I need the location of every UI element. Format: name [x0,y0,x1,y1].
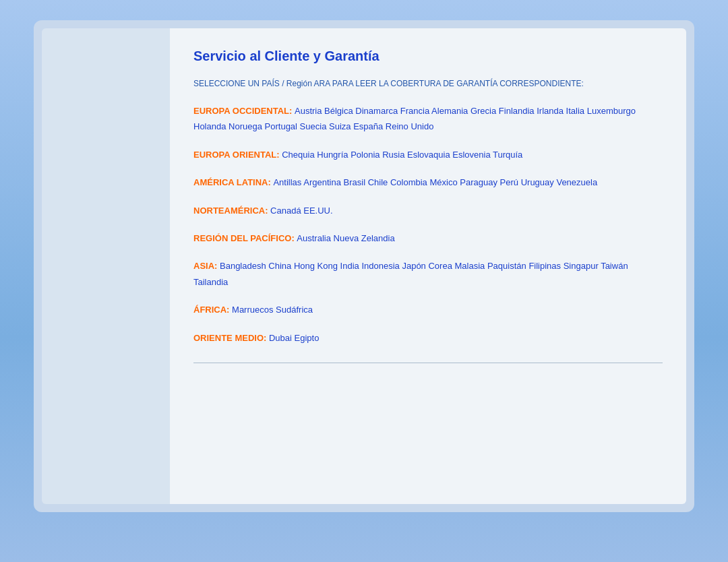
region-label-asia: ASIA: [193,261,220,271]
country-link-dinamarca[interactable]: Dinamarca [355,106,398,116]
region-countries-norteamerica: Canadá EE.UU. [270,206,333,216]
page-title: Servicio al Cliente y Garantía [193,49,663,64]
country-link-suecia[interactable]: Suecia [300,121,327,131]
region-label-america-latina: AMÉRICA LATINA: [193,177,273,187]
country-link-luxemburgo[interactable]: Luxemburgo [587,106,636,116]
region-countries-asia: Bangladesh China Hong Kong India Indones… [193,261,628,286]
country-link-antillas[interactable]: Antillas [273,177,301,187]
region-block-europa-occidental: EUROPA OCCIDENTAL: Austria Bélgica Dinam… [193,103,663,135]
country-link-dubai[interactable]: Dubai [269,333,292,343]
country-link-finlandia[interactable]: Finlandia [499,106,535,116]
country-link-brasil[interactable]: Brasil [344,177,366,187]
region-block-pacifico: REGIÓN DEL PACÍFICO: Australia Nueva Zel… [193,230,663,246]
country-link-ee.uu.[interactable]: EE.UU. [303,206,332,216]
country-link-australia[interactable]: Australia [297,233,331,243]
country-link-chile[interactable]: Chile [368,177,388,187]
divider [193,363,663,363]
country-link-hong-kong[interactable]: Hong Kong [294,261,338,271]
country-link-perú[interactable]: Perú [500,177,518,187]
country-link-francia[interactable]: Francia [400,106,429,116]
country-link-taiwán[interactable]: Taiwán [601,261,628,271]
region-block-asia: ASIA: Bangladesh China Hong Kong India I… [193,258,663,290]
region-label-pacifico: REGIÓN DEL PACÍFICO: [193,233,297,243]
country-link-bélgica[interactable]: Bélgica [324,106,353,116]
region-countries-africa: Marruecos Sudáfrica [232,305,313,315]
country-link-méxico[interactable]: México [429,177,457,187]
country-link-venezuela[interactable]: Venezuela [556,177,597,187]
region-countries-pacifico: Australia Nueva Zelandia [297,233,394,243]
country-link-grecia[interactable]: Grecia [471,106,496,116]
country-link-italia[interactable]: Italia [566,106,584,116]
region-block-oriente-medio: ORIENTE MEDIO: Dubai Egipto [193,330,663,346]
region-label-africa: ÁFRICA: [193,305,232,315]
country-link-paquistán[interactable]: Paquistán [487,261,526,271]
country-link-canadá[interactable]: Canadá [270,206,301,216]
region-countries-oriente-medio: Dubai Egipto [269,333,319,343]
country-link-chequia[interactable]: Chequia [282,150,314,160]
regions-container: EUROPA OCCIDENTAL: Austria Bélgica Dinam… [193,103,663,346]
region-label-norteamerica: NORTEAMÉRICA: [193,206,270,216]
country-link-españa[interactable]: España [353,121,383,131]
country-link-hungría[interactable]: Hungría [317,150,348,160]
country-link-paraguay[interactable]: Paraguay [460,177,497,187]
region-countries-america-latina: Antillas Argentina Brasil Chile Colombia… [273,177,597,187]
region-countries-europa-oriental: Chequia Hungría Polonia Rusia Eslovaquia… [282,150,522,160]
country-link-nueva-zelandia[interactable]: Nueva Zelandia [334,233,395,243]
country-link-filipinas[interactable]: Filipinas [528,261,561,271]
instruction-text: SELECCIONE UN PAÍS / Región ARA PARA LEE… [193,77,663,90]
sidebar [42,28,170,504]
country-link-alemania[interactable]: Alemania [431,106,468,116]
region-block-africa: ÁFRICA: Marruecos Sudáfrica [193,302,663,317]
country-link-uruguay[interactable]: Uruguay [521,177,554,187]
country-link-japón[interactable]: Japón [402,261,425,271]
country-link-sudáfrica[interactable]: Sudáfrica [276,305,313,315]
country-link-bangladesh[interactable]: Bangladesh [220,261,266,271]
region-block-america-latina: AMÉRICA LATINA: Antillas Argentina Brasi… [193,175,663,190]
country-link-irlanda[interactable]: Irlanda [537,106,564,116]
region-block-norteamerica: NORTEAMÉRICA: Canadá EE.UU. [193,203,663,218]
country-link-singapur[interactable]: Singapur [564,261,599,271]
outer-card: Servicio al Cliente y Garantía SELECCION… [34,20,694,512]
country-link-china[interactable]: China [268,261,291,271]
country-link-indonesia[interactable]: Indonesia [361,261,399,271]
country-link-argentina[interactable]: Argentina [303,177,341,187]
country-link-austria[interactable]: Austria [295,106,322,116]
country-link-marruecos[interactable]: Marruecos [232,305,273,315]
region-label-europa-occidental: EUROPA OCCIDENTAL: [193,106,295,116]
region-label-europa-oriental: EUROPA ORIENTAL: [193,150,282,160]
country-link-holanda[interactable]: Holanda [193,121,226,131]
country-link-reino-unido[interactable]: Reino Unido [386,121,434,131]
region-label-oriente-medio: ORIENTE MEDIO: [193,333,269,343]
country-link-polonia[interactable]: Polonia [351,150,380,160]
country-link-tailandia[interactable]: Tailandia [193,277,228,287]
country-link-portugal[interactable]: Portugal [265,121,297,131]
country-link-rusia[interactable]: Rusia [382,150,404,160]
country-link-egipto[interactable]: Egipto [295,333,320,343]
main-content: Servicio al Cliente y Garantía SELECCION… [170,28,686,504]
country-link-suiza[interactable]: Suiza [329,121,351,131]
country-link-eslovenia[interactable]: Eslovenia [452,150,490,160]
region-block-europa-oriental: EUROPA ORIENTAL: Chequia Hungría Polonia… [193,147,663,162]
country-link-eslovaquia[interactable]: Eslovaquia [407,150,450,160]
country-link-malasia[interactable]: Malasia [455,261,485,271]
country-link-turquía[interactable]: Turquía [493,150,522,160]
country-link-corea[interactable]: Corea [428,261,452,271]
country-link-colombia[interactable]: Colombia [390,177,427,187]
country-link-india[interactable]: India [340,261,359,271]
country-link-noruega[interactable]: Noruega [229,121,262,131]
